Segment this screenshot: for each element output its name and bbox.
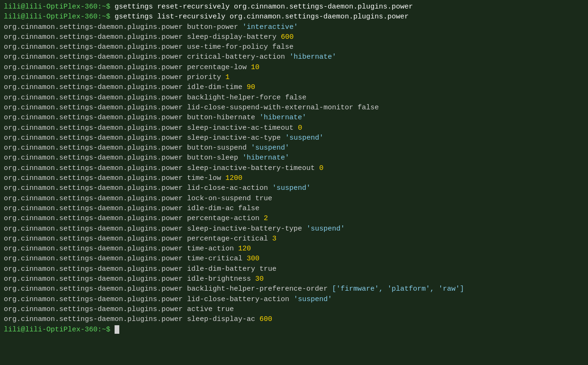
value-text: 1 <box>225 73 230 81</box>
key-text: lid-close-suspend-with-external-monitor <box>187 104 357 112</box>
value-text: 0 <box>298 124 302 132</box>
terminal-line: org.cinnamon.settings-daemon.plugins.pow… <box>4 42 584 52</box>
ns-text: org.cinnamon.settings-daemon.plugins.pow… <box>4 174 187 182</box>
key-text: time-low <box>187 174 225 182</box>
value-text: 600 <box>259 315 272 323</box>
key-text: time-critical <box>187 255 247 263</box>
prompt: lili@lili-OptiPlex-360:~$ <box>4 13 115 21</box>
terminal-line: org.cinnamon.settings-daemon.plugins.pow… <box>4 93 584 103</box>
key-text: use-time-for-policy <box>187 43 272 51</box>
key-text: sleep-display-battery <box>187 33 281 41</box>
key-text: backlight-helper-preference-order <box>187 285 332 293</box>
prompt: lili@lili-OptiPlex-360:~$ <box>4 3 115 11</box>
key-text: button-sleep <box>187 154 242 162</box>
terminal-line: org.cinnamon.settings-daemon.plugins.pow… <box>4 224 584 234</box>
ns-text: org.cinnamon.settings-daemon.plugins.pow… <box>4 295 187 303</box>
terminal-line: org.cinnamon.settings-daemon.plugins.pow… <box>4 294 584 304</box>
terminal-line: org.cinnamon.settings-daemon.plugins.pow… <box>4 133 584 143</box>
terminal-line: org.cinnamon.settings-daemon.plugins.pow… <box>4 204 584 214</box>
ns-text: org.cinnamon.settings-daemon.plugins.pow… <box>4 275 187 283</box>
terminal-output: lili@lili-OptiPlex-360:~$ gsettings rese… <box>4 2 584 335</box>
key-text: lid-close-battery-action <box>187 295 294 303</box>
terminal-window[interactable]: lili@lili-OptiPlex-360:~$ gsettings rese… <box>0 0 588 365</box>
ns-text: org.cinnamon.settings-daemon.plugins.pow… <box>4 164 187 172</box>
value-text: 1200 <box>225 174 242 182</box>
value-text: 'suspend' <box>272 184 311 192</box>
command-text: gsettings reset-recursively org.cinnamon… <box>115 3 413 11</box>
value-text: 300 <box>247 255 259 263</box>
terminal-line: org.cinnamon.settings-daemon.plugins.pow… <box>4 103 584 113</box>
value-text: 0 <box>319 164 323 172</box>
key-text: button-power <box>187 23 242 31</box>
value-text: 90 <box>247 83 255 91</box>
cursor <box>115 325 119 334</box>
value-text: true <box>255 195 272 203</box>
ns-text: org.cinnamon.settings-daemon.plugins.pow… <box>4 144 187 152</box>
key-text: time-action <box>187 245 238 253</box>
ns-text: org.cinnamon.settings-daemon.plugins.pow… <box>4 114 187 122</box>
key-text: idle-dim-battery <box>187 265 259 273</box>
value-text: 'hibernate' <box>242 154 289 162</box>
ns-text: org.cinnamon.settings-daemon.plugins.pow… <box>4 195 187 203</box>
ns-text: org.cinnamon.settings-daemon.plugins.pow… <box>4 235 187 243</box>
ns-text: org.cinnamon.settings-daemon.plugins.pow… <box>4 154 187 162</box>
ns-text: org.cinnamon.settings-daemon.plugins.pow… <box>4 83 187 91</box>
key-text: idle-dim-time <box>187 83 247 91</box>
value-text: 10 <box>251 63 259 71</box>
terminal-line: lili@lili-OptiPlex-360:~$ gsettings rese… <box>4 2 584 12</box>
value-text: true <box>259 265 276 273</box>
ns-text: org.cinnamon.settings-daemon.plugins.pow… <box>4 94 187 102</box>
key-text: sleep-inactive-ac-type <box>187 134 285 142</box>
ns-text: org.cinnamon.settings-daemon.plugins.pow… <box>4 265 187 273</box>
key-text: idle-brightness <box>187 275 255 283</box>
terminal-line: org.cinnamon.settings-daemon.plugins.pow… <box>4 62 584 72</box>
ns-text: org.cinnamon.settings-daemon.plugins.pow… <box>4 255 187 263</box>
ns-text: org.cinnamon.settings-daemon.plugins.pow… <box>4 134 187 142</box>
ns-text: org.cinnamon.settings-daemon.plugins.pow… <box>4 73 187 81</box>
value-text: false <box>357 104 379 112</box>
key-text: button-suspend <box>187 144 251 152</box>
value-text: 2 <box>264 214 268 223</box>
terminal-line: lili@lili-OptiPlex-360:~$ <box>4 325 584 335</box>
value-text: 'suspend' <box>285 134 323 142</box>
terminal-line: org.cinnamon.settings-daemon.plugins.pow… <box>4 52 584 62</box>
key-text: sleep-inactive-battery-type <box>187 225 306 233</box>
terminal-line: org.cinnamon.settings-daemon.plugins.pow… <box>4 244 584 254</box>
ns-text: org.cinnamon.settings-daemon.plugins.pow… <box>4 63 187 71</box>
value-text: 'interactive' <box>242 23 298 31</box>
terminal-line: org.cinnamon.settings-daemon.plugins.pow… <box>4 304 584 314</box>
value-text: 'suspend' <box>306 225 345 233</box>
ns-text: org.cinnamon.settings-daemon.plugins.pow… <box>4 124 187 132</box>
terminal-line: org.cinnamon.settings-daemon.plugins.pow… <box>4 274 584 284</box>
key-text: sleep-display-ac <box>187 315 259 323</box>
value-text: 30 <box>255 275 264 283</box>
key-text: critical-battery-action <box>187 53 289 61</box>
value-text: false <box>272 43 294 51</box>
terminal-line: org.cinnamon.settings-daemon.plugins.pow… <box>4 82 584 92</box>
ns-text: org.cinnamon.settings-daemon.plugins.pow… <box>4 315 187 323</box>
key-text: percentage-low <box>187 63 251 71</box>
ns-text: org.cinnamon.settings-daemon.plugins.pow… <box>4 33 187 41</box>
value-text: 120 <box>238 245 251 253</box>
terminal-line: org.cinnamon.settings-daemon.plugins.pow… <box>4 173 584 183</box>
key-text: lid-close-ac-action <box>187 184 272 192</box>
terminal-line: org.cinnamon.settings-daemon.plugins.pow… <box>4 254 584 264</box>
ns-text: org.cinnamon.settings-daemon.plugins.pow… <box>4 23 187 31</box>
ns-text: org.cinnamon.settings-daemon.plugins.pow… <box>4 225 187 233</box>
prompt: lili@lili-OptiPlex-360:~$ <box>4 326 115 334</box>
terminal-line: org.cinnamon.settings-daemon.plugins.pow… <box>4 163 584 173</box>
ns-text: org.cinnamon.settings-daemon.plugins.pow… <box>4 285 187 293</box>
terminal-line: org.cinnamon.settings-daemon.plugins.pow… <box>4 32 584 42</box>
terminal-line: org.cinnamon.settings-daemon.plugins.pow… <box>4 314 584 324</box>
value-text: 3 <box>272 235 276 243</box>
terminal-line: org.cinnamon.settings-daemon.plugins.pow… <box>4 143 584 153</box>
terminal-line: org.cinnamon.settings-daemon.plugins.pow… <box>4 194 584 204</box>
key-text: percentage-critical <box>187 235 272 243</box>
key-text: sleep-inactive-battery-timeout <box>187 164 319 172</box>
terminal-line: org.cinnamon.settings-daemon.plugins.pow… <box>4 214 584 223</box>
terminal-line: org.cinnamon.settings-daemon.plugins.pow… <box>4 153 584 163</box>
value-text: 'suspend' <box>251 144 289 152</box>
key-text: button-hibernate <box>187 114 259 122</box>
ns-text: org.cinnamon.settings-daemon.plugins.pow… <box>4 43 187 51</box>
key-text: backlight-helper-force <box>187 94 285 102</box>
